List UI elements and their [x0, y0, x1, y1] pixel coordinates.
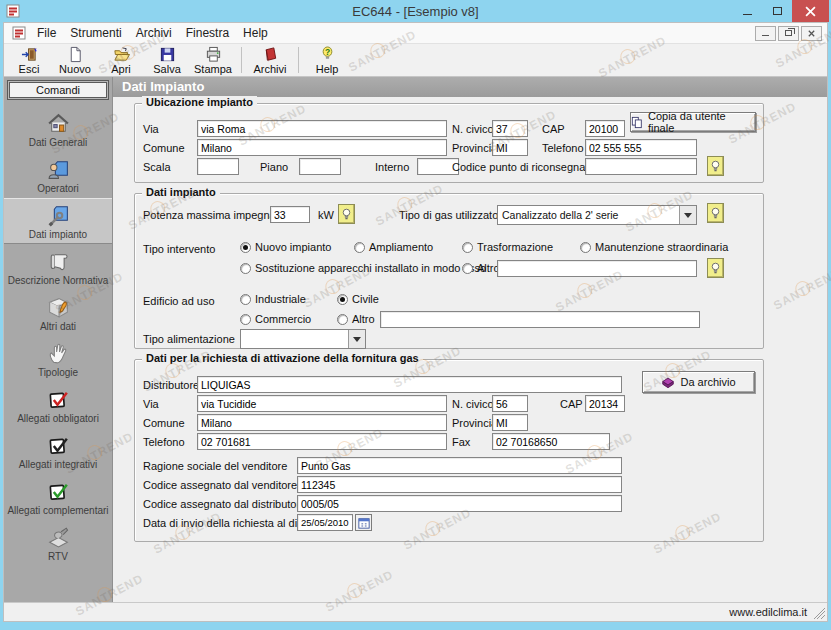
- distributore-input[interactable]: [197, 376, 622, 393]
- radio-manutenzione-straordinaria[interactable]: Manutenzione straordinaria: [580, 241, 728, 253]
- piano-input[interactable]: [299, 158, 341, 175]
- da-archivio-button[interactable]: Da archivio: [642, 371, 755, 393]
- toolbar-separator: [298, 47, 299, 73]
- operator-folder-icon: [46, 157, 71, 182]
- close-button[interactable]: [792, 0, 829, 22]
- cap-input[interactable]: [585, 395, 625, 412]
- apri-button[interactable]: Apri: [98, 44, 144, 76]
- ncivico-label: N. civico: [452, 398, 494, 410]
- groupbox-title: Dati impianto: [142, 186, 220, 198]
- sidebar-item-descrizione-normativa[interactable]: Descrizione Normativa: [4, 244, 112, 290]
- edilclima-link[interactable]: www.edilclima.it: [729, 606, 807, 618]
- mdi-minimize-button[interactable]: [755, 26, 776, 41]
- ragione-sociale-input[interactable]: [297, 457, 622, 474]
- sidebar-item-altri-dati[interactable]: Altri dati: [4, 290, 112, 336]
- radio-sostituzione-apparecchi[interactable]: Sostituzione apparecchi installato in mo…: [240, 262, 486, 274]
- comandi-header[interactable]: Comandi: [9, 82, 107, 98]
- nuovo-button[interactable]: Nuovo: [52, 44, 98, 76]
- edificio-altro-input[interactable]: [380, 311, 700, 328]
- scala-input[interactable]: [197, 158, 239, 175]
- sidebar-item-rtv[interactable]: RTV: [4, 520, 112, 566]
- codice-venditore-input[interactable]: [297, 476, 622, 493]
- menu-archivi[interactable]: Archivi: [129, 23, 179, 43]
- via-input[interactable]: [197, 120, 447, 137]
- hint-bulb-button[interactable]: [707, 156, 724, 176]
- radio-civile[interactable]: Civile: [337, 293, 379, 305]
- mdi-restore-button[interactable]: [778, 26, 799, 41]
- provincia-input[interactable]: [492, 139, 528, 156]
- potenza-input[interactable]: [270, 206, 310, 223]
- cap-input[interactable]: [585, 120, 625, 137]
- comune-label: Comune: [143, 142, 185, 154]
- sidebar-item-dati-generali[interactable]: Dati Generali: [4, 106, 112, 152]
- intervento-altro-input[interactable]: [497, 260, 697, 277]
- toolbar-label: Stampa: [194, 63, 232, 75]
- fax-label: Fax: [452, 436, 470, 448]
- sidebar-item-dati-impianto[interactable]: Dati impianto: [4, 198, 112, 244]
- telefono-input[interactable]: [585, 139, 697, 156]
- menu-finestra[interactable]: Finestra: [179, 23, 236, 43]
- minimize-button[interactable]: [732, 0, 762, 22]
- hint-bulb-button[interactable]: [338, 204, 355, 224]
- bulb-icon: [710, 160, 721, 173]
- menu-file[interactable]: File: [30, 23, 63, 43]
- comune-input[interactable]: [197, 414, 447, 431]
- sidebar-item-allegati-obbligatori[interactable]: Allegati obbligatori: [4, 382, 112, 428]
- alimentazione-select[interactable]: [240, 329, 366, 349]
- gas-select-value: Canalizzato della 2' serie: [498, 206, 679, 224]
- telefono-label: Telefono: [542, 142, 584, 154]
- codice-riconsegna-input[interactable]: [585, 158, 697, 175]
- sidebar-item-operatori[interactable]: Operatori: [4, 152, 112, 198]
- hint-bulb-button[interactable]: [707, 258, 724, 278]
- alimentazione-label: Tipo alimentazione: [143, 333, 235, 345]
- titlebar[interactable]: EC644 - [Esempio v8]: [0, 0, 831, 22]
- help-button[interactable]: ? Help: [304, 44, 350, 76]
- resize-grip[interactable]: [813, 607, 825, 619]
- ncivico-input[interactable]: [492, 120, 528, 137]
- radio-trasformazione[interactable]: Trasformazione: [462, 241, 553, 253]
- radio-industriale[interactable]: Industriale: [240, 293, 306, 305]
- checkbox-red-icon: [46, 387, 71, 412]
- maximize-button[interactable]: [762, 0, 792, 22]
- help-icon: ?: [319, 46, 336, 63]
- codice-riconsegna-label: Codice punto di riconsegna: [452, 161, 585, 173]
- radio-label: Civile: [352, 293, 379, 305]
- provincia-input[interactable]: [492, 414, 528, 431]
- archivi-button[interactable]: Archivi: [247, 44, 293, 76]
- sidebar-item-allegati-integrativi[interactable]: Allegati integrativi: [4, 428, 112, 474]
- calendar-button[interactable]: [355, 514, 372, 531]
- chevron-down-icon[interactable]: [348, 330, 365, 348]
- toolbar-separator: [241, 47, 242, 73]
- copia-da-utente-button[interactable]: Copia da utente finale: [630, 112, 756, 132]
- fax-input[interactable]: [492, 433, 610, 450]
- radio-commercio[interactable]: Commercio: [240, 313, 311, 325]
- ncivico-input[interactable]: [492, 395, 528, 412]
- form-area: Ubicazione impianto Via N. civico CAP Co…: [113, 97, 827, 602]
- menu-strumenti[interactable]: Strumenti: [63, 23, 128, 43]
- sidebar-item-tipologie[interactable]: Tipologie: [4, 336, 112, 382]
- app-window: EC644 - [Esempio v8] File Strumenti Arch…: [0, 0, 831, 630]
- codice-distributore-input[interactable]: [297, 495, 622, 512]
- sidebar-item-label: Operatori: [37, 183, 79, 194]
- telefono-input[interactable]: [197, 433, 447, 450]
- salva-button[interactable]: Salva: [144, 44, 190, 76]
- gas-select[interactable]: Canalizzato della 2' serie: [497, 205, 697, 225]
- sidebar-item-allegati-complementari[interactable]: Allegati complementari: [4, 474, 112, 520]
- via-input[interactable]: [197, 395, 447, 412]
- data-invio-input[interactable]: [297, 514, 353, 531]
- radio-label: Industriale: [255, 293, 306, 305]
- radio-edificio-altro[interactable]: Altro: [337, 313, 375, 325]
- radio-ampliamento[interactable]: Ampliamento: [354, 241, 433, 253]
- groupbox-title: Dati per la richiesta di attivazione del…: [142, 352, 423, 364]
- comune-input[interactable]: [197, 139, 447, 156]
- stampa-button[interactable]: Stampa: [190, 44, 236, 76]
- menu-help[interactable]: Help: [236, 23, 275, 43]
- mdi-close-button[interactable]: [801, 26, 822, 41]
- chevron-down-icon[interactable]: [679, 206, 696, 224]
- radio-intervento-altro[interactable]: Altro: [462, 262, 500, 274]
- radio-nuovo-impianto[interactable]: Nuovo impianto: [240, 241, 331, 253]
- esci-button[interactable]: Esci: [6, 44, 52, 76]
- toolbar-label: Help: [316, 63, 339, 75]
- hint-bulb-button[interactable]: [707, 203, 724, 223]
- house-icon: [46, 111, 71, 136]
